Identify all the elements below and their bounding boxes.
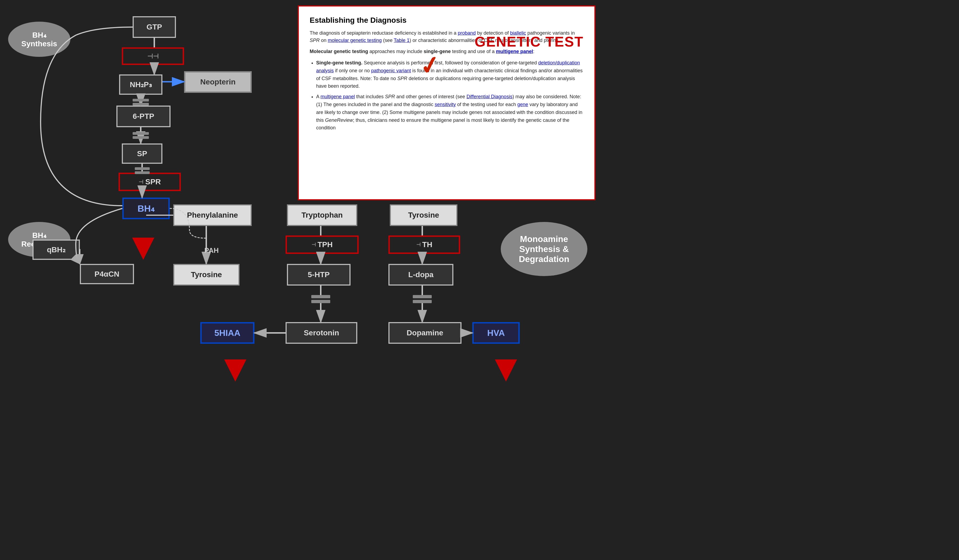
gtpch-blocker-box: ⊣⊣: [122, 48, 184, 65]
5hiaa-red-arrow: ▼: [217, 349, 254, 387]
bh4-synthesis-ellipse: BH₄Synthesis: [8, 22, 70, 57]
panel-title: Establishing the Diagnosis: [310, 16, 583, 25]
bh4-box: BH₄: [122, 197, 170, 219]
serotonin-box: Serotonin: [285, 322, 357, 344]
6ptp-box: 6-PTP: [116, 105, 170, 127]
bh4-synthesis-label: BH₄Synthesis: [21, 30, 57, 48]
tyrosine-right-box: Tyrosine: [390, 204, 457, 226]
bullet-list: Single-gene testing. Sequence analysis i…: [316, 59, 583, 132]
p4acn-label: P4αCN: [94, 270, 119, 278]
tryptophan-label: Tryptophan: [301, 211, 342, 220]
svg-rect-29: [133, 103, 149, 105]
monoamine-ellipse: MonoamineSynthesis &Degradation: [501, 222, 587, 276]
gtp-box: GTP: [133, 16, 176, 38]
neopterin-box: Neopterin: [184, 71, 252, 93]
tyrosine-left-box: Tyrosine: [173, 264, 239, 286]
bh4-label: BH₄: [137, 203, 155, 214]
main-canvas: Establishing the Diagnosis The diagnosis…: [0, 0, 959, 560]
th-label: TH: [422, 240, 432, 249]
dopamine-label: Dopamine: [406, 329, 443, 337]
5hiaa-label: 5HIAA: [214, 328, 241, 338]
hva-label: HVA: [487, 328, 505, 338]
tryptophan-box: Tryptophan: [287, 204, 357, 226]
table1-link[interactable]: Table 1: [394, 38, 409, 43]
neopterin-label: Neopterin: [200, 78, 236, 86]
dopamine-box: Dopamine: [389, 322, 462, 344]
spr-inner: ⊣: [139, 179, 143, 185]
monoamine-label: MonoamineSynthesis &Degradation: [519, 234, 569, 264]
qbh2-box: qBH₂: [32, 240, 80, 260]
svg-rect-28: [133, 99, 149, 102]
diff-diagnosis-link[interactable]: Differential Diagnosis: [467, 94, 512, 99]
5htp-label: 5-HTP: [308, 270, 330, 279]
tyrosine-right-label: Tyrosine: [408, 211, 439, 220]
molecular-label: Molecular genetic testing: [310, 49, 368, 54]
l-dopa-label: L-dopa: [408, 270, 433, 279]
bullet-item-1: Single-gene testing. Sequence analysis i…: [316, 59, 583, 90]
qbh2-label: qBH₂: [47, 245, 65, 254]
serotonin-label: Serotonin: [304, 329, 339, 337]
molecular-genetic-link[interactable]: molecular genetic testing: [328, 38, 382, 43]
tph-label: TPH: [317, 240, 333, 249]
proband-link[interactable]: proband: [458, 30, 476, 36]
svg-rect-15: [311, 295, 330, 298]
6ptp-label: 6-PTP: [133, 112, 154, 121]
svg-rect-26: [133, 132, 149, 135]
svg-rect-22: [413, 295, 432, 298]
tph-blocker: ⊣: [312, 242, 316, 248]
5htp-box: 5-HTP: [287, 264, 350, 286]
pathogenic-variant-link[interactable]: pathogenic variant: [371, 68, 411, 73]
svg-rect-30: [135, 167, 150, 170]
pah-label: PAH: [204, 246, 219, 255]
svg-rect-27: [133, 136, 149, 139]
sensitivity-link[interactable]: sensitivity: [435, 102, 456, 107]
svg-rect-23: [413, 300, 432, 303]
th-blocker: ⊣: [416, 242, 421, 248]
multigene-panel-link2[interactable]: multigene panel: [320, 94, 355, 99]
spr-label: SPR: [145, 178, 161, 186]
th-box: ⊣ TH: [389, 235, 460, 254]
bullet-item-2: A multigene panel that includes SPR and …: [316, 93, 583, 132]
gene-link[interactable]: gene: [517, 102, 528, 107]
hva-box: HVA: [472, 322, 520, 344]
gtpch-label: ⊣⊣: [147, 52, 159, 60]
sp-box: SP: [122, 143, 162, 164]
l-dopa-box: L-dopa: [389, 264, 453, 286]
5hiaa-box: 5HIAA: [200, 322, 255, 344]
bh4-red-arrow: ▼: [124, 228, 162, 265]
hva-red-arrow: ▼: [487, 349, 525, 387]
nh2p3-label: NH₂P₃: [130, 80, 151, 89]
genetic-test-label: GENETIC TEST: [475, 33, 583, 50]
phenylalanine-label: Phenylalanine: [187, 211, 238, 220]
sp-label: SP: [137, 150, 147, 158]
svg-rect-16: [311, 300, 330, 303]
phenylalanine-box: Phenylalanine: [173, 204, 252, 226]
gtp-label: GTP: [147, 23, 162, 32]
nh2p3-box: NH₂P₃: [119, 75, 162, 95]
tph-box: ⊣ TPH: [285, 235, 358, 254]
spr-box: ⊣ SPR: [119, 173, 181, 191]
info-panel: Establishing the Diagnosis The diagnosis…: [298, 5, 596, 200]
tyrosine-left-label: Tyrosine: [191, 270, 222, 279]
